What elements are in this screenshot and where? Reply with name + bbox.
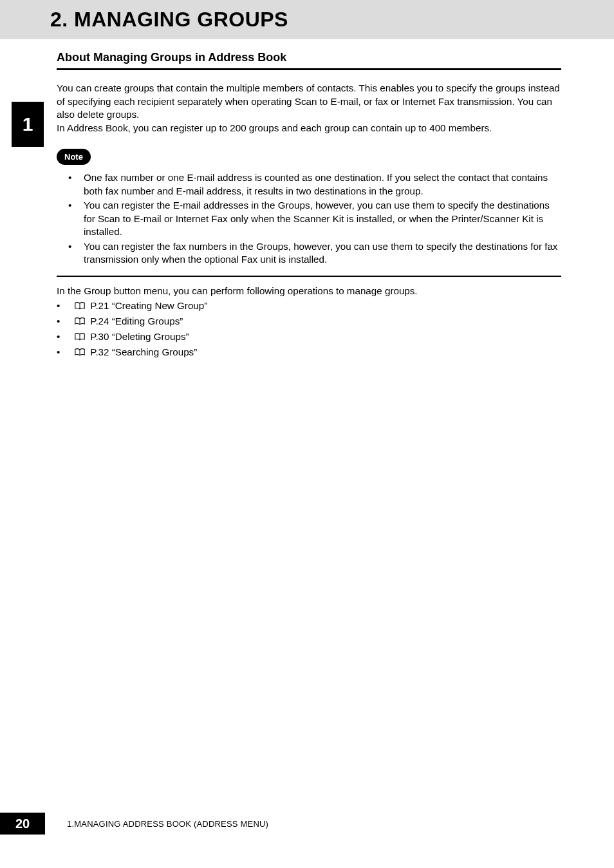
reference-item[interactable]: P.30 “Deleting Groups” (57, 330, 561, 345)
reference-item[interactable]: P.24 “Editing Groups” (57, 314, 561, 330)
note-item: You can register the E-mail addresses in… (68, 199, 561, 239)
book-icon (75, 299, 85, 314)
page-title: 2. MANAGING GROUPS (50, 8, 614, 32)
reference-item[interactable]: P.21 “Creating New Group” (57, 299, 561, 314)
note-list: One fax number or one E-mail address is … (57, 171, 561, 267)
intro-paragraph: You can create groups that contain the m… (57, 82, 561, 135)
note-item: You can register the fax numbers in the … (68, 240, 561, 267)
chapter-tab: 1 (12, 102, 44, 147)
note-badge: Note (57, 149, 91, 165)
book-icon (75, 330, 85, 345)
content-region: About Managing Groups in Address Book Yo… (0, 39, 614, 360)
book-icon (75, 315, 85, 330)
page-footer: 20 1.MANAGING ADDRESS BOOK (ADDRESS MENU… (0, 813, 268, 835)
divider (57, 276, 561, 277)
page-number: 20 (0, 813, 45, 835)
reference-text: P.21 “Creating New Group” (90, 300, 207, 311)
ops-lead: In the Group button menu, you can perfor… (57, 285, 561, 298)
note-item: One fax number or one E-mail address is … (68, 171, 561, 198)
reference-text: P.32 “Searching Groups” (90, 346, 197, 357)
section-heading: About Managing Groups in Address Book (57, 51, 561, 70)
book-icon (75, 346, 85, 361)
reference-text: P.30 “Deleting Groups” (90, 331, 189, 342)
footer-chapter-label: 1.MANAGING ADDRESS BOOK (ADDRESS MENU) (67, 819, 268, 829)
reference-text: P.24 “Editing Groups” (90, 316, 183, 326)
title-band: 2. MANAGING GROUPS (0, 0, 614, 39)
reference-item[interactable]: P.32 “Searching Groups” (57, 345, 561, 361)
reference-list: P.21 “Creating New Group” P.24 “Editing … (57, 299, 561, 360)
